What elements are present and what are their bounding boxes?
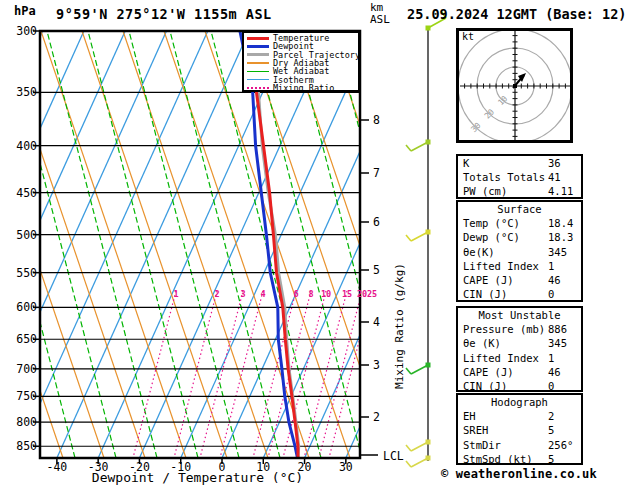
run-datetime: 25.09.2024 12GMT (Base: 12) — [407, 6, 626, 22]
table-row: EH2 — [458, 409, 581, 423]
mixing-ratio-tick-label: 2 — [208, 289, 226, 299]
altitude-axis-unit-asl: ASL — [370, 14, 390, 26]
altitude-tick-label: 7 — [373, 166, 380, 180]
altitude-tick-label: 8 — [373, 113, 380, 127]
skewt-sounding-page: 102030 hPa 9°59'N 275°12'W 1155m ASL 25.… — [0, 0, 629, 486]
pressure-tick-label: 400 — [6, 139, 37, 153]
row-label: Temp (°C) — [463, 217, 520, 229]
table-row: θe (K)345 — [458, 336, 581, 350]
mixing-ratio-line-swatch — [247, 87, 269, 89]
table-row: θe(K)345 — [458, 245, 581, 259]
altitude-tick-label: 2 — [373, 410, 380, 424]
altitude-tick-label: 6 — [373, 215, 380, 229]
indices-table: K36 Totals Totals41 PW (cm)4.11 — [456, 154, 583, 199]
row-label: StmDir — [463, 439, 501, 451]
row-label: CAPE (J) — [463, 366, 514, 378]
row-value: 0 — [548, 379, 554, 393]
copyright-credit: © weatheronline.co.uk — [441, 467, 597, 481]
pressure-axis-unit: hPa — [14, 4, 36, 18]
row-value: 5 — [548, 423, 554, 437]
table-row: StmSpd (kt)5 — [458, 452, 581, 466]
row-value: 18.4 — [548, 216, 573, 230]
row-label: Lifted Index — [463, 260, 539, 272]
pressure-tick-label: 500 — [6, 228, 37, 242]
table-row: Temp (°C)18.4 — [458, 216, 581, 230]
mixing-ratio-tick-label: 10 — [317, 289, 335, 299]
pressure-tick-label: 650 — [6, 332, 37, 346]
page-title: 9°59'N 275°12'W 1155m ASL — [56, 6, 272, 22]
table-row: SREH5 — [458, 423, 581, 437]
row-value: 18.3 — [548, 230, 573, 244]
altitude-tick-label: 3 — [373, 358, 380, 372]
row-label: PW (cm) — [463, 185, 507, 197]
pressure-tick-label: 300 — [6, 24, 37, 38]
altitude-axis-unit: km ASL — [370, 2, 390, 26]
row-label: θe(K) — [463, 246, 495, 258]
wet-adiabat-line-swatch — [247, 71, 269, 73]
row-label: CAPE (J) — [463, 274, 514, 286]
mixing-ratio-tick-label: 1 — [167, 289, 185, 299]
row-value: 36 — [548, 156, 561, 170]
row-value: 46 — [548, 365, 561, 379]
row-value: 2 — [548, 409, 554, 423]
pressure-tick-label: 750 — [6, 389, 37, 403]
row-label: EH — [463, 410, 476, 422]
row-label: CIN (J) — [463, 288, 507, 300]
most-unstable-table: Most Unstable Pressure (mb)886 θe (K)345… — [456, 306, 583, 392]
row-label: CIN (J) — [463, 380, 507, 392]
parcel-line-swatch — [247, 53, 269, 56]
row-label: θe (K) — [463, 337, 501, 349]
pressure-tick-label: 450 — [6, 186, 37, 200]
row-value: 1 — [548, 259, 554, 273]
lcl-label: LCL — [383, 449, 404, 463]
row-label: SREH — [463, 424, 488, 436]
legend: Temperature Dewpoint Parcel Trajectory D… — [242, 31, 360, 92]
legend-label: Mixing Ratio — [273, 84, 334, 92]
table-row: CIN (J)0 — [458, 379, 581, 393]
isotherm-line-swatch — [247, 79, 269, 81]
altitude-tick-label: 4 — [373, 315, 380, 329]
mixing-ratio-tick-label: 4 — [254, 289, 272, 299]
table-row: K36 — [458, 156, 581, 170]
table-row: StmDir256° — [458, 438, 581, 452]
mixing-ratio-tick-label: 25 — [363, 289, 381, 299]
pressure-tick-label: 700 — [6, 362, 37, 376]
row-label: K — [463, 157, 469, 169]
pressure-tick-label: 600 — [6, 300, 37, 314]
table-row: CAPE (J)46 — [458, 365, 581, 379]
altitude-tick-label: 5 — [373, 263, 380, 277]
row-value: 345 — [548, 336, 567, 350]
table-row: Totals Totals41 — [458, 170, 581, 184]
section-header: Hodograph — [458, 395, 581, 409]
hodograph-panel — [456, 28, 573, 143]
table-row: CAPE (J)46 — [458, 273, 581, 287]
legend-item-mixing-ratio: Mixing Ratio — [247, 84, 358, 92]
table-row: PW (cm)4.11 — [458, 184, 581, 198]
section-header: Most Unstable — [458, 308, 581, 322]
dewpoint-line-swatch — [247, 45, 269, 48]
hodograph-table: Hodograph EH2 SREH5 StmDir256° StmSpd (k… — [456, 393, 583, 465]
row-value: 0 — [548, 287, 554, 301]
pressure-tick-label: 350 — [6, 85, 37, 99]
table-row: Dewp (°C)18.3 — [458, 230, 581, 244]
surface-table: Surface Temp (°C)18.4 Dewp (°C)18.3 θe(K… — [456, 200, 583, 302]
row-label: Lifted Index — [463, 352, 539, 364]
row-value: 886 — [548, 322, 567, 336]
table-row: CIN (J)0 — [458, 287, 581, 301]
pressure-tick-label: 550 — [6, 266, 37, 280]
row-value: 256° — [548, 438, 573, 452]
row-label: StmSpd (kt) — [463, 453, 533, 465]
row-value: 5 — [548, 452, 554, 466]
table-row: Pressure (mb)886 — [458, 322, 581, 336]
section-header: Surface — [458, 202, 581, 216]
table-row: Lifted Index1 — [458, 351, 581, 365]
row-value: 41 — [548, 170, 561, 184]
pressure-tick-label: 800 — [6, 415, 37, 429]
temperature-line-swatch — [247, 37, 269, 40]
x-axis-title: Dewpoint / Temperature (°C) — [55, 470, 340, 485]
row-label: Pressure (mb) — [463, 323, 545, 335]
row-label: Totals Totals — [463, 171, 545, 183]
pressure-tick-label: 850 — [6, 439, 37, 453]
mixing-ratio-tick-label: 3 — [234, 289, 252, 299]
row-label: Dewp (°C) — [463, 231, 520, 243]
